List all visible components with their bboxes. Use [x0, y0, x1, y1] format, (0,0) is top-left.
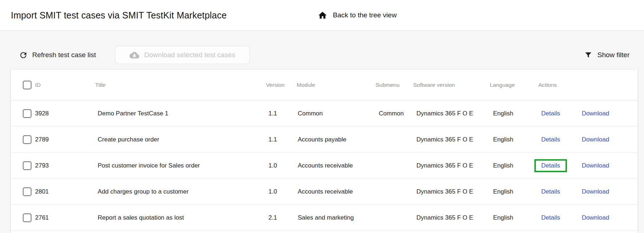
- download-selected-test-cases-button[interactable]: Download selected test cases: [115, 46, 250, 64]
- table-header-row: ID Title Version Module Submenu Software…: [11, 70, 637, 101]
- cell-version: 2.1: [268, 205, 277, 230]
- column-header-submenu: Submenu: [376, 70, 399, 100]
- table-row: 3928 Demo Partner TestCase 1 1.1 Common …: [11, 101, 637, 127]
- test-case-table: ID Title Version Module Submenu Software…: [11, 70, 637, 233]
- details-link[interactable]: Details: [541, 162, 560, 169]
- details-link-wrapper: Details: [534, 159, 567, 172]
- details-link-wrapper: Details: [541, 136, 560, 143]
- cell-id: 2789: [35, 127, 49, 152]
- download-link[interactable]: Download: [582, 136, 609, 143]
- cell-id: 2761: [35, 205, 49, 230]
- download-link[interactable]: Download: [582, 110, 609, 117]
- refresh-button-label: Refresh test case list: [32, 51, 96, 59]
- cell-submenu: Common: [379, 101, 404, 126]
- cell-title: Post customer invoice for Sales order: [98, 153, 200, 178]
- cell-version: 1.1: [268, 101, 277, 126]
- cell-module: Accounts payable: [298, 127, 346, 152]
- details-link[interactable]: Details: [541, 188, 560, 195]
- details-link[interactable]: Details: [541, 110, 560, 117]
- cell-id: 2801: [35, 179, 49, 204]
- download-link[interactable]: Download: [582, 188, 609, 195]
- cell-id: 3928: [35, 101, 49, 126]
- back-to-tree-view-label: Back to the tree view: [333, 11, 397, 19]
- cell-title: Add charges group to a customer: [98, 179, 188, 204]
- table-body: 3928 Demo Partner TestCase 1 1.1 Common …: [11, 101, 637, 231]
- select-all-checkbox[interactable]: [23, 81, 31, 89]
- row-checkbox[interactable]: [23, 213, 31, 222]
- cell-version: 1.0: [268, 153, 277, 178]
- cell-software-version: Dynamics 365 F O E: [416, 101, 473, 126]
- cell-language: English: [493, 101, 513, 126]
- cloud-download-icon: [130, 50, 139, 60]
- download-link[interactable]: Download: [582, 214, 609, 221]
- cell-software-version: Dynamics 365 F O E: [416, 205, 473, 230]
- cell-language: English: [493, 153, 513, 178]
- details-link-wrapper: Details: [541, 110, 560, 117]
- cell-module: Sales and marketing: [298, 205, 354, 230]
- show-filter-label: Show filter: [597, 51, 630, 59]
- show-filter-button[interactable]: Show filter: [584, 46, 630, 64]
- back-to-tree-view-link[interactable]: Back to the tree view: [318, 0, 397, 30]
- details-link[interactable]: Details: [541, 214, 560, 221]
- row-checkbox[interactable]: [23, 161, 31, 170]
- details-link-wrapper: Details: [541, 214, 560, 221]
- column-header-actions: Actions: [538, 70, 557, 100]
- details-link-wrapper: Details: [541, 188, 560, 195]
- column-header-version: Version: [266, 70, 285, 100]
- cell-version: 1.0: [268, 179, 277, 204]
- filter-icon: [584, 51, 592, 59]
- table-row: 2789 Create purchase order 1.1 Accounts …: [11, 127, 637, 153]
- download-link[interactable]: Download: [582, 162, 609, 169]
- cell-title: Report a sales quotation as lost: [98, 205, 184, 230]
- top-bar: Import SMIT test cases via SMIT TestKit …: [0, 0, 644, 31]
- cell-language: English: [493, 127, 513, 152]
- refresh-icon: [19, 51, 28, 60]
- table-row: 2801 Add charges group to a customer 1.0…: [11, 179, 637, 205]
- column-header-module: Module: [297, 70, 315, 100]
- row-checkbox[interactable]: [23, 109, 31, 118]
- page-title: Import SMIT test cases via SMIT TestKit …: [11, 0, 227, 30]
- refresh-test-case-list-button[interactable]: Refresh test case list: [19, 46, 96, 64]
- column-header-id: ID: [35, 70, 41, 100]
- cell-module: Accounts receivable: [298, 153, 353, 178]
- cell-module: Common: [298, 101, 323, 126]
- cell-software-version: Dynamics 365 F O E: [416, 153, 473, 178]
- cell-id: 2793: [35, 153, 49, 178]
- cell-version: 1.1: [268, 127, 277, 152]
- cell-software-version: Dynamics 365 F O E: [416, 127, 473, 152]
- column-header-software-version: Software version: [413, 70, 455, 100]
- cell-software-version: Dynamics 365 F O E: [416, 179, 473, 204]
- details-link[interactable]: Details: [541, 136, 560, 143]
- table-row: 2793 Post customer invoice for Sales ord…: [11, 153, 637, 179]
- cell-language: English: [493, 205, 513, 230]
- column-header-language: Language: [490, 70, 515, 100]
- column-header-title: Title: [95, 70, 106, 100]
- cell-module: Accounts receivable: [298, 179, 353, 204]
- cell-title: Create purchase order: [98, 127, 159, 152]
- row-checkbox[interactable]: [23, 135, 31, 144]
- cell-title: Demo Partner TestCase 1: [98, 101, 168, 126]
- home-icon: [318, 10, 327, 20]
- row-checkbox[interactable]: [23, 187, 31, 196]
- cell-language: English: [493, 179, 513, 204]
- download-selected-button-label: Download selected test cases: [144, 51, 235, 59]
- table-row: 2761 Report a sales quotation as lost 2.…: [11, 205, 637, 231]
